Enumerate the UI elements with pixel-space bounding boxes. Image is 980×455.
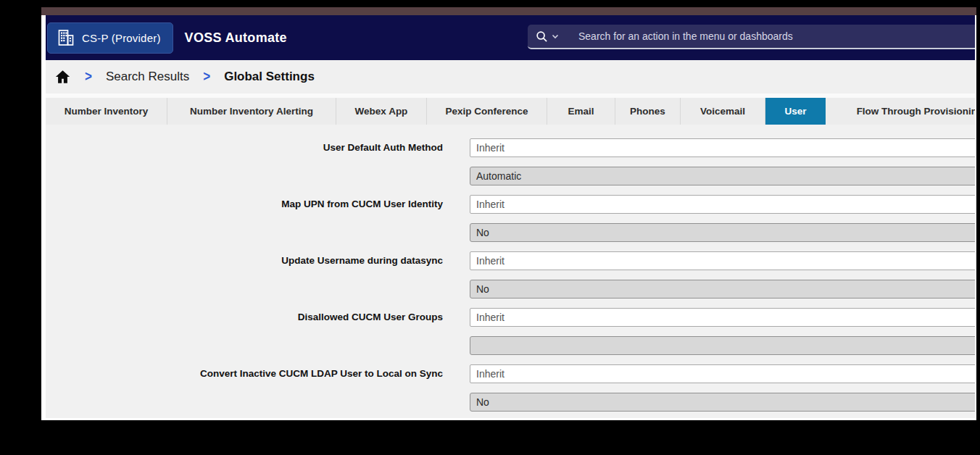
field-inherited-value xyxy=(470,336,975,355)
breadcrumb-separator: > xyxy=(85,69,92,85)
field-group: No xyxy=(470,251,975,299)
app-frame: CS-P (Provider) VOSS Automate xyxy=(46,15,975,418)
breadcrumb: > Search Results > Global Settings xyxy=(46,60,975,93)
chevron-down-icon xyxy=(552,34,559,39)
field-label: User Default Auth Method xyxy=(46,138,443,185)
search-input[interactable] xyxy=(578,30,897,42)
tab-pexip-conference[interactable]: Pexip Conference xyxy=(427,98,547,125)
app-title: VOSS Automate xyxy=(185,30,287,46)
settings-form: User Default Auth Method Automatic Map U… xyxy=(46,125,975,418)
field-input[interactable] xyxy=(470,251,975,270)
breadcrumb-item-search-results[interactable]: Search Results xyxy=(106,70,189,84)
building-icon xyxy=(57,28,75,47)
tenant-badge[interactable]: CS-P (Provider) xyxy=(47,22,173,54)
form-row: Map UPN from CUCM User Identity No xyxy=(46,195,975,242)
field-inherited-value: No xyxy=(470,393,975,412)
field-input[interactable] xyxy=(470,138,975,157)
tab-flow-through-provisioning[interactable]: Flow Through Provisioning xyxy=(826,98,975,125)
field-input[interactable] xyxy=(470,364,975,383)
home-icon[interactable] xyxy=(54,69,71,85)
form-row: Disallowed CUCM User Groups xyxy=(46,308,975,355)
field-label: Update Username during datasync xyxy=(46,251,443,299)
field-inherited-value: No xyxy=(470,223,975,242)
field-group: No xyxy=(470,364,975,412)
field-group: No xyxy=(470,195,975,242)
field-label: Convert Inactive CUCM LDAP User to Local… xyxy=(46,364,443,412)
field-label: Map UPN from CUCM User Identity xyxy=(46,195,443,242)
breadcrumb-item-global-settings: Global Settings xyxy=(224,70,315,84)
window-top-strip xyxy=(41,7,976,15)
field-group xyxy=(470,308,975,355)
breadcrumb-separator: > xyxy=(203,69,210,85)
tab-email[interactable]: Email xyxy=(547,98,615,125)
field-group: Automatic xyxy=(470,138,975,185)
tab-user[interactable]: User xyxy=(765,98,826,125)
form-row: Update Username during datasync No xyxy=(46,251,975,299)
tab-number-inventory[interactable]: Number Inventory xyxy=(46,98,167,125)
search-scope-toggle[interactable] xyxy=(536,30,559,43)
app-window: CS-P (Provider) VOSS Automate xyxy=(41,7,976,420)
form-row: Convert Inactive CUCM LDAP User to Local… xyxy=(46,364,975,412)
tab-number-inventory-alerting[interactable]: Number Inventory Alerting xyxy=(167,98,336,125)
tab-webex-app[interactable]: Webex App xyxy=(336,98,427,125)
field-label: Disallowed CUCM User Groups xyxy=(46,308,443,355)
field-input[interactable] xyxy=(470,308,975,327)
search-bar[interactable] xyxy=(528,25,975,49)
app-header: CS-P (Provider) VOSS Automate xyxy=(46,15,975,60)
tab-phones[interactable]: Phones xyxy=(615,98,681,125)
form-row: User Default Auth Method Automatic xyxy=(46,138,975,185)
field-inherited-value: Automatic xyxy=(470,167,975,185)
page-background: { "header": { "tenant_badge": "CS-P (Pro… xyxy=(0,0,980,455)
field-inherited-value: No xyxy=(470,280,975,299)
tenant-badge-label: CS-P (Provider) xyxy=(82,32,161,44)
search-icon xyxy=(536,30,548,43)
tab-voicemail[interactable]: Voicemail xyxy=(681,98,765,125)
tab-bar: Number Inventory Number Inventory Alerti… xyxy=(46,98,975,125)
field-input[interactable] xyxy=(470,195,975,214)
